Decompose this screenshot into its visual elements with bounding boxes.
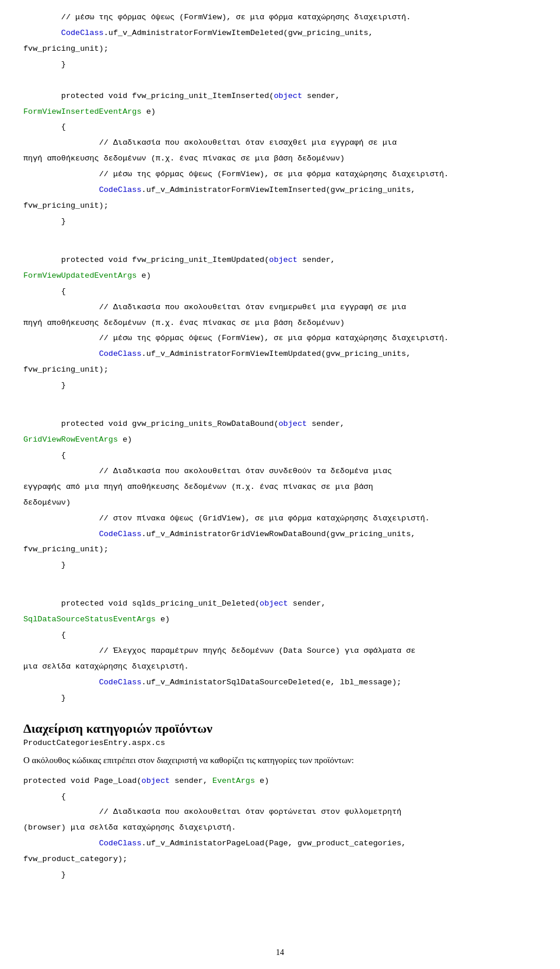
keyword-void: void bbox=[71, 776, 89, 785]
keyword-protected: protected bbox=[61, 419, 104, 428]
code-line: CodeClass.uf_v_AdministratorGridViewRowD… bbox=[23, 529, 537, 541]
eventargs-class: EventArgs bbox=[212, 776, 255, 785]
code-line-comment: // στον πίνακα όψεως (GridView), σε μια … bbox=[23, 513, 537, 525]
code-line-comment: δεδομένων) bbox=[23, 497, 537, 509]
code-line-comment: // Διαδικασία που ακολουθείται όταν συνδ… bbox=[23, 466, 537, 478]
code-line-comment: // Διαδικασία που ακολουθείται όταν εισα… bbox=[23, 137, 537, 149]
code-class: CodeClass bbox=[61, 29, 104, 37]
keyword-object: object bbox=[142, 776, 170, 785]
code-class: CodeClass bbox=[99, 186, 142, 194]
code-line-comment: // μέσω της φόρμας όψεως (FormView), σε … bbox=[23, 333, 537, 345]
code-line: fvw_pricing_unit); bbox=[23, 200, 537, 212]
code-line: FormViewInsertedEventArgs e) bbox=[23, 106, 537, 118]
code-line-comment: // Έλεγχος παραμέτρων πηγής δεδομένων (D… bbox=[23, 645, 537, 657]
code-line: } bbox=[23, 559, 537, 572]
eventargs-class: SqlDataSourceStatusEventArgs bbox=[23, 615, 156, 624]
code-section-itemupdated: protected void fvw_pricing_unit_ItemUpda… bbox=[23, 239, 537, 392]
page-content: // μέσω της φόρμας όψεως (FormView), σε … bbox=[23, 12, 537, 881]
code-line-protected: protected void gvw_pricing_units_RowData… bbox=[23, 418, 537, 431]
code-line: { bbox=[23, 121, 537, 134]
code-line: { bbox=[23, 791, 537, 803]
code-class: CodeClass bbox=[99, 349, 142, 358]
keyword-protected: protected bbox=[61, 256, 104, 264]
code-line-protected: protected void Page_Load(object sender, … bbox=[23, 775, 537, 788]
code-class: CodeClass bbox=[99, 678, 142, 687]
keyword-void: void bbox=[108, 256, 127, 264]
code-line: { bbox=[23, 286, 537, 298]
code-line: } bbox=[23, 380, 537, 392]
keyword-object: object bbox=[279, 419, 307, 428]
page-number: 14 bbox=[276, 948, 284, 957]
code-line: fvw_pricing_unit); bbox=[23, 364, 537, 376]
code-line: } bbox=[23, 692, 537, 705]
code-line bbox=[23, 239, 537, 251]
eventargs-class: GridViewRowEventArgs bbox=[23, 435, 118, 444]
code-line: fvw_pricing_unit); bbox=[23, 43, 537, 55]
code-line: CodeClass.uf_v_AdministatorPageLoad(Page… bbox=[23, 838, 537, 850]
keyword-object: object bbox=[260, 599, 288, 608]
code-line: CodeClass.uf_v_AdministatorSqlDataSource… bbox=[23, 677, 537, 689]
code-line: CodeClass.uf_v_AdministratorFormViewItem… bbox=[23, 348, 537, 361]
keyword-protected: protected bbox=[61, 599, 104, 608]
code-line: // μέσω της φόρμας όψεως (FormView), σε … bbox=[23, 12, 537, 24]
code-line: FormViewUpdatedEventArgs e) bbox=[23, 270, 537, 282]
code-line-comment: // Διαδικασία που ακολουθείται όταν φορτ… bbox=[23, 806, 537, 818]
eventargs-class: FormViewUpdatedEventArgs bbox=[23, 271, 136, 280]
section-heading: Διαχείριση κατηγοριών προϊόντων bbox=[23, 721, 537, 736]
code-line bbox=[23, 75, 537, 87]
code-line: { bbox=[23, 450, 537, 462]
code-line: } bbox=[23, 59, 537, 71]
keyword-protected: protected bbox=[61, 92, 104, 100]
code-line-protected: protected void fvw_pricing_unit_ItemInse… bbox=[23, 90, 537, 103]
section-description: Ο ακόλουθος κώδικας επιτρέπει στον διαχε… bbox=[23, 753, 537, 767]
code-line: } bbox=[23, 216, 537, 228]
keyword-void: void bbox=[108, 599, 127, 608]
code-line: CodeClass.uf_v_AdministratorFormViewItem… bbox=[23, 184, 537, 197]
code-section-rowdatabound: protected void gvw_pricing_units_RowData… bbox=[23, 403, 537, 572]
code-section-itemdeleted: // μέσω της φόρμας όψεως (FormView), σε … bbox=[23, 12, 537, 228]
eventargs-class: FormViewInsertedEventArgs bbox=[23, 107, 142, 116]
code-line-comment: εγγραφής από μια πηγή αποθήκευσης δεδομέ… bbox=[23, 481, 537, 494]
code-line: GridViewRowEventArgs e) bbox=[23, 434, 537, 446]
code-line-comment: πηγή αποθήκευσης δεδομένων (π.χ. ένας πί… bbox=[23, 153, 537, 165]
code-line-comment: // μέσω της φόρμας όψεως (FormView), σε … bbox=[23, 169, 537, 181]
code-line: { bbox=[23, 629, 537, 642]
code-line-comment: // Διαδικασία που ακολουθείται όταν ενημ… bbox=[23, 302, 537, 314]
code-class: CodeClass bbox=[99, 839, 142, 848]
section-filename: ProductCategoriesEntry.aspx.cs bbox=[23, 739, 537, 747]
keyword-protected: protected bbox=[23, 776, 66, 785]
code-class: CodeClass bbox=[99, 530, 142, 538]
code-line: } bbox=[23, 869, 537, 881]
code-line: fvw_product_category); bbox=[23, 853, 537, 866]
code-line-comment: πηγή αποθήκευσης δεδομένων (π.χ. ένας πί… bbox=[23, 317, 537, 330]
keyword-object: object bbox=[269, 256, 298, 264]
code-line bbox=[23, 403, 537, 415]
product-categories-section: Διαχείριση κατηγοριών προϊόντων ProductC… bbox=[23, 721, 537, 881]
keyword-object: object bbox=[274, 92, 302, 100]
code-line: fvw_pricing_unit); bbox=[23, 544, 537, 556]
code-line-protected: protected void sqlds_pricing_unit_Delete… bbox=[23, 598, 537, 610]
code-line: SqlDataSourceStatusEventArgs e) bbox=[23, 614, 537, 626]
keyword-void: void bbox=[108, 419, 127, 428]
code-line: CodeClass.uf_v_AdministratorFormViewItem… bbox=[23, 27, 537, 40]
code-line-comment: (browser) μια σελίδα καταχώρησης διαχειρ… bbox=[23, 822, 537, 834]
code-line bbox=[23, 582, 537, 594]
code-section-pageload: protected void Page_Load(object sender, … bbox=[23, 775, 537, 881]
code-section-sqlds-deleted: protected void sqlds_pricing_unit_Delete… bbox=[23, 582, 537, 704]
code-line-comment: μια σελίδα καταχώρησης διαχειριστή. bbox=[23, 661, 537, 673]
keyword-void: void bbox=[108, 92, 127, 100]
code-line-protected: protected void fvw_pricing_unit_ItemUpda… bbox=[23, 254, 537, 267]
